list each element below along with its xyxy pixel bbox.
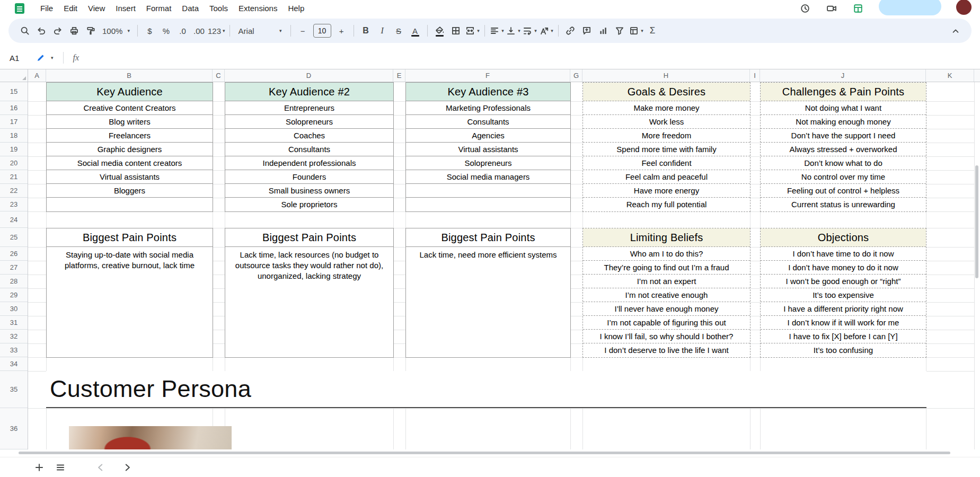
table-header-cell[interactable]: Challenges & Pain Points (761, 83, 926, 101)
menu-item[interactable]: Format (141, 2, 177, 14)
column-header[interactable]: K (926, 69, 974, 82)
cell[interactable]: More freedom (583, 129, 750, 143)
row-header[interactable]: 15 (0, 82, 28, 101)
collapse-toolbar-button[interactable] (948, 23, 963, 39)
share-button[interactable] (879, 0, 941, 15)
cell[interactable]: Graphic designers (47, 143, 213, 156)
vertical-scrollbar[interactable] (975, 165, 978, 278)
paint-format-button[interactable] (83, 23, 98, 39)
insert-comment-button[interactable] (579, 23, 595, 39)
cell[interactable]: Bloggers (47, 184, 213, 198)
cell[interactable]: Spend more time with family (583, 143, 750, 156)
cell[interactable]: Always stressed + overworked (761, 143, 926, 156)
row-header[interactable]: 27 (0, 261, 28, 275)
menu-item[interactable]: Insert (110, 2, 141, 14)
row-header[interactable]: 23 (0, 198, 28, 211)
table-header-cell[interactable]: Key Audience #2 (225, 83, 393, 101)
cell[interactable]: Founders (225, 170, 393, 184)
insert-link-button[interactable] (563, 23, 578, 39)
italic-button[interactable]: I (375, 23, 390, 39)
row-header[interactable]: 29 (0, 288, 28, 302)
cell[interactable]: Solopreneurs (225, 115, 393, 129)
menu-item[interactable]: View (83, 2, 110, 14)
pen-button[interactable]: ▾ (31, 53, 59, 63)
select-all-corner[interactable] (0, 69, 28, 82)
cell[interactable]: Work less (583, 115, 750, 129)
percent-format-button[interactable]: % (158, 23, 174, 39)
cell[interactable]: Solopreneurs (406, 156, 570, 170)
text-wrap-button[interactable]: ▾ (522, 23, 537, 39)
cell[interactable]: I know I’ll fail, so why should I bother… (583, 330, 750, 343)
tabs-scroll-right-button[interactable] (122, 462, 133, 473)
add-sheet-button[interactable] (31, 459, 48, 476)
menu-item[interactable]: Extensions (233, 2, 282, 14)
cell[interactable]: I’ll never have enough money (583, 302, 750, 316)
vertical-align-button[interactable]: ▾ (506, 23, 521, 39)
avatar[interactable] (956, 0, 972, 15)
text-color-button[interactable]: A (408, 23, 423, 39)
font-select[interactable]: Arial▾ (234, 23, 286, 39)
cell[interactable]: Consultants (406, 115, 570, 129)
font-size-input[interactable]: 10 (313, 24, 331, 38)
cell[interactable]: Have more energy (583, 184, 750, 198)
persona-image[interactable] (69, 426, 232, 449)
meet-video-icon[interactable] (826, 3, 837, 14)
print-button[interactable] (66, 23, 82, 39)
row-header[interactable]: 33 (0, 343, 28, 357)
functions-button[interactable]: Σ (645, 23, 660, 39)
row-header[interactable]: 35 (0, 371, 28, 408)
column-header[interactable]: J (760, 69, 926, 82)
table-header-cell[interactable]: Key Audience #3 (406, 83, 570, 101)
table-header-cell[interactable]: Limiting Beliefs (583, 228, 750, 247)
fill-color-button[interactable] (432, 23, 447, 39)
tabs-scroll-left-button[interactable] (95, 462, 106, 473)
cell[interactable]: No control over my time (761, 170, 926, 184)
cell[interactable] (406, 198, 570, 211)
cell[interactable]: Entrepreneurs (225, 101, 393, 115)
row-header[interactable]: 24 (0, 211, 28, 228)
row-header[interactable]: 16 (0, 101, 28, 115)
increase-decimals-button[interactable]: .00 (191, 23, 207, 39)
cell[interactable]: Don’t have the support I need (761, 129, 926, 143)
horizontal-align-button[interactable]: ▾ (489, 23, 505, 39)
row-header[interactable]: 32 (0, 330, 28, 343)
row-header[interactable]: 26 (0, 247, 28, 261)
cell[interactable]: Lack time, need more efficient systems (406, 247, 570, 357)
row-header[interactable]: 22 (0, 184, 28, 198)
name-box[interactable]: A1 (0, 54, 31, 63)
all-sheets-button[interactable] (52, 459, 69, 476)
section-title-cell[interactable]: Customer Persona (46, 371, 926, 408)
cell[interactable]: I’m not creative enough (583, 288, 750, 302)
cell[interactable]: Staying up-to-date with social media pla… (47, 247, 213, 357)
menu-item[interactable]: Tools (204, 2, 233, 14)
strikethrough-button[interactable]: S (391, 23, 407, 39)
cell[interactable]: Make more money (583, 101, 750, 115)
column-header[interactable]: F (405, 69, 570, 82)
increase-font-size-button[interactable]: + (334, 23, 349, 39)
cell[interactable]: Creative Content Creators (47, 101, 213, 115)
column-header[interactable]: B (46, 69, 213, 82)
redo-button[interactable] (50, 23, 65, 39)
cell[interactable]: Agencies (406, 129, 570, 143)
table-views-button[interactable]: ▾ (629, 23, 644, 39)
cell[interactable]: I’m not an expert (583, 275, 750, 288)
cell[interactable]: Who am I to do this? (583, 247, 750, 261)
column-header[interactable]: H (582, 69, 750, 82)
cell[interactable]: Lack time, lack resources (no budget to … (225, 247, 393, 357)
cell[interactable]: I don’t deserve to live the life I want (583, 343, 750, 357)
column-header[interactable]: G (570, 69, 582, 82)
table-header-cell[interactable]: Key Audience (47, 83, 213, 101)
row-header[interactable]: 36 (0, 408, 28, 449)
cell[interactable]: It’s too confusing (761, 343, 926, 357)
row-header[interactable]: 28 (0, 275, 28, 288)
cell[interactable]: It’s too expensive (761, 288, 926, 302)
row-header[interactable]: 25 (0, 228, 28, 247)
menu-item[interactable]: Data (176, 2, 204, 14)
menu-item[interactable]: Edit (58, 2, 83, 14)
cell[interactable]: Feeling out of control + helpless (761, 184, 926, 198)
row-header[interactable]: 21 (0, 170, 28, 184)
table-header-cell[interactable]: Biggest Pain Points (225, 228, 393, 247)
cell[interactable]: Small business owners (225, 184, 393, 198)
insert-chart-button[interactable] (596, 23, 611, 39)
decrease-decimals-button[interactable]: .0 (175, 23, 190, 39)
